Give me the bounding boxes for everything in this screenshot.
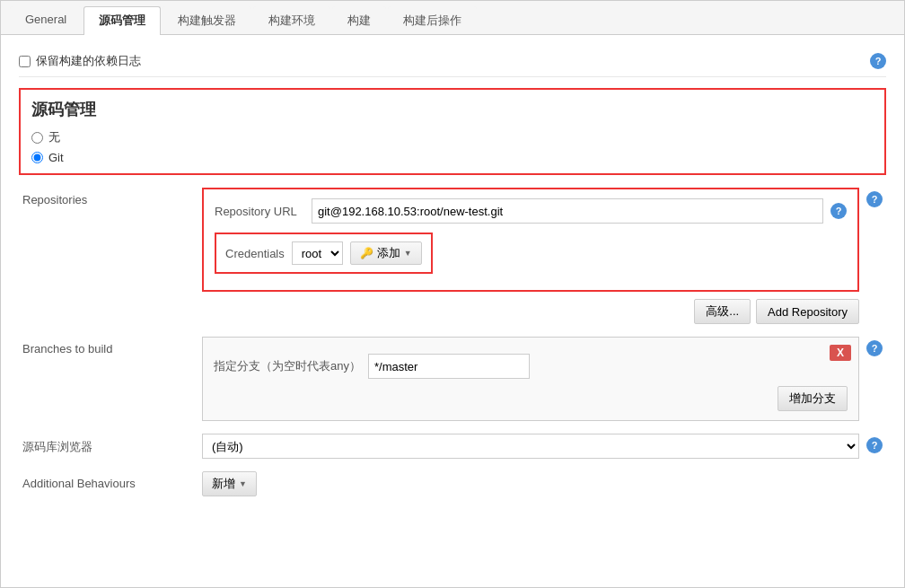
repositories-content: Repository URL ? Credentials root 🔑 添加	[202, 188, 859, 324]
browser-row: (自动)	[202, 434, 859, 459]
repo-box: Repository URL ? Credentials root 🔑 添加	[202, 188, 859, 292]
source-browser-help-icon[interactable]: ?	[866, 437, 883, 453]
page-container: General 源码管理 构建触发器 构建环境 构建 构建后操作 保留构建的依赖…	[0, 0, 905, 588]
branches-content: X 指定分支（为空时代表any） 增加分支	[202, 337, 859, 421]
browser-select[interactable]: (自动)	[202, 434, 859, 459]
url-row: Repository URL ?	[215, 198, 847, 224]
branches-section: Branches to build X 指定分支（为空时代表any） 增加分支 …	[19, 337, 886, 421]
radio-group: 无 Git	[31, 129, 874, 164]
branches-box: X 指定分支（为空时代表any） 增加分支	[202, 337, 859, 421]
radio-git[interactable]	[31, 152, 43, 163]
dropdown-arrow-icon: ▼	[404, 249, 412, 258]
tab-build-env[interactable]: 构建环境	[253, 6, 330, 34]
preserve-log-label: 保留构建的依赖日志	[36, 53, 141, 69]
credentials-select[interactable]: root	[292, 241, 343, 265]
new-behaviour-label: 新增	[212, 476, 235, 492]
radio-git-label: Git	[48, 151, 64, 164]
repositories-label: Repositories	[22, 188, 202, 206]
url-label: Repository URL	[215, 205, 304, 218]
new-behaviour-button[interactable]: 新增 ▼	[202, 471, 257, 496]
additional-section: Additional Behaviours 新增 ▼	[19, 471, 886, 496]
action-row: 高级... Add Repository	[202, 299, 859, 324]
additional-label: Additional Behaviours	[22, 471, 202, 490]
source-browser-label: 源码库浏览器	[22, 434, 202, 455]
source-browser-content: (自动)	[202, 434, 859, 459]
additional-content: 新增 ▼	[202, 471, 883, 496]
preserve-log-checkbox[interactable]	[19, 56, 31, 67]
radio-none[interactable]	[31, 132, 43, 144]
advanced-button[interactable]: 高级...	[694, 299, 751, 324]
url-help-icon[interactable]: ?	[830, 203, 847, 219]
repositories-help-icon[interactable]: ?	[866, 191, 883, 207]
source-mgmt-box: 源码管理 无 Git	[19, 88, 886, 175]
repositories-section: Repositories Repository URL ? Credential…	[19, 188, 886, 324]
branches-help-icon[interactable]: ?	[866, 340, 883, 356]
add-credentials-label: 添加	[377, 245, 400, 261]
source-browser-section: 源码库浏览器 (自动) ?	[19, 434, 886, 459]
add-repository-button[interactable]: Add Repository	[756, 299, 859, 324]
key-icon: 🔑	[360, 247, 373, 259]
credentials-box: Credentials root 🔑 添加 ▼	[215, 233, 433, 274]
radio-none-item: 无	[31, 129, 874, 145]
add-branch-button[interactable]: 增加分支	[778, 386, 848, 411]
add-credentials-button[interactable]: 🔑 添加 ▼	[350, 241, 422, 265]
branch-specifier-label: 指定分支（为空时代表any）	[214, 358, 361, 374]
source-mgmt-title: 源码管理	[31, 99, 874, 120]
tab-general[interactable]: General	[10, 6, 82, 34]
remove-branch-button[interactable]: X	[830, 345, 851, 361]
preserve-log-help-icon[interactable]: ?	[870, 53, 886, 69]
tab-build[interactable]: 构建	[332, 6, 386, 34]
checkbox-row: 保留构建的依赖日志 ?	[19, 46, 886, 77]
branch-actions: 增加分支	[214, 386, 848, 411]
branch-row: 指定分支（为空时代表any）	[214, 354, 848, 379]
radio-none-label: 无	[48, 129, 60, 145]
new-dropdown-arrow-icon: ▼	[239, 479, 247, 488]
radio-git-item: Git	[31, 151, 874, 164]
branch-input[interactable]	[368, 354, 530, 379]
credentials-label: Credentials	[225, 247, 285, 260]
url-input[interactable]	[312, 198, 823, 224]
tab-build-trigger[interactable]: 构建触发器	[163, 6, 251, 34]
branches-label: Branches to build	[22, 337, 202, 355]
tab-post-build[interactable]: 构建后操作	[388, 6, 477, 34]
tabs-bar: General 源码管理 构建触发器 构建环境 构建 构建后操作	[1, 1, 904, 35]
tab-source-mgmt[interactable]: 源码管理	[83, 6, 161, 35]
main-content: 保留构建的依赖日志 ? 源码管理 无 Git Repositories	[1, 35, 904, 520]
